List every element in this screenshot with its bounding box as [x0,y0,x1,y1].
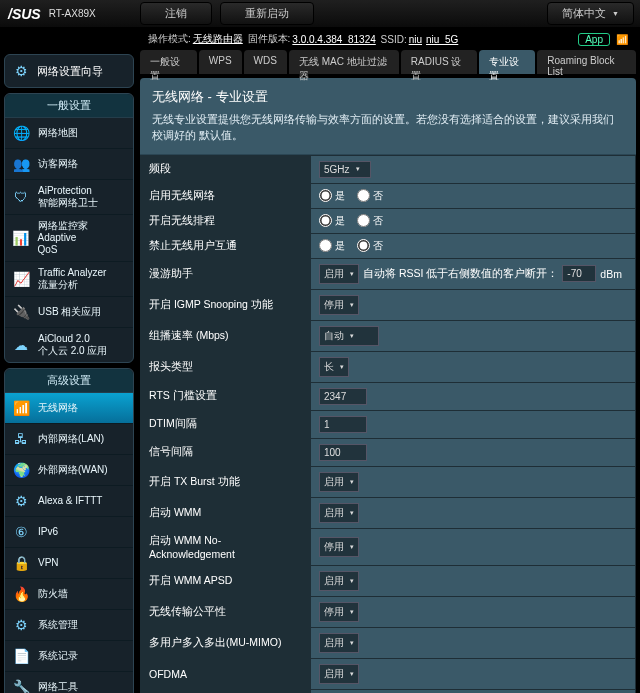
rssi-input[interactable] [562,265,596,282]
select[interactable]: 停用▾ [319,602,359,622]
app-badge[interactable]: App [578,33,610,46]
chevron-down-icon: ▾ [340,363,344,371]
radio-no[interactable]: 否 [357,189,383,203]
select[interactable]: 启用▾ [319,633,359,653]
card-desc: 无线专业设置提供您无线网络传输与效率方面的设置。若您没有选择适合的设置，建议采用… [140,112,636,155]
sidebar-item[interactable]: 📶无线网络 [5,393,133,424]
select[interactable]: 启用▾ [319,664,359,684]
sidebar-item[interactable]: 🔧网络工具 [5,672,133,693]
setting-label: 多用户多入多出(MU-MIMO) [141,627,311,658]
chevron-down-icon: ▾ [350,543,354,551]
chevron-down-icon: ▾ [350,639,354,647]
sidebar-item[interactable]: 🖧内部网络(LAN) [5,424,133,455]
select[interactable]: 启用▾ [319,503,359,523]
sidebar-item[interactable]: 📈Traffic Analyzer 流量分析 [5,262,133,297]
sidebar-item-label: 系统管理 [38,619,78,631]
mode-label: 操作模式: [148,32,191,46]
sidebar-item[interactable]: 🔥防火墙 [5,579,133,610]
sidebar-item-icon: 🔒 [11,553,31,573]
setting-value [311,410,636,438]
sidebar-item-icon: 📶 [11,398,31,418]
sidebar-item-icon: 📄 [11,646,31,666]
sidebar-item[interactable]: ⑥IPv6 [5,517,133,548]
select[interactable]: 启用▾ [319,264,359,284]
sidebar-item-icon: 🔥 [11,584,31,604]
sidebar-item[interactable]: 🛡AiProtection 智能网络卫士 [5,180,133,215]
select[interactable]: 停用▾ [319,295,359,315]
select[interactable]: 停用▾ [319,537,359,557]
tab[interactable]: 专业设置 [479,50,536,74]
fw-value[interactable]: 3.0.0.4.384_81324 [292,34,375,45]
select[interactable]: 启用▾ [319,571,359,591]
setting-label: DTIM间隔 [141,410,311,438]
tab[interactable]: RADIUS 设置 [401,50,477,74]
brand-model: RT-AX89X [49,8,96,19]
sidebar-item-label: 系统记录 [38,650,78,662]
sidebar-item[interactable]: 🌐网络地图 [5,118,133,149]
ssid-value-1[interactable]: niu [409,34,422,45]
setting-label: 开启无线排程 [141,208,311,233]
setting-label: 开启 WMM APSD [141,565,311,596]
select[interactable]: 5GHz▾ [319,161,371,178]
logout-button[interactable]: 注销 [140,2,212,25]
sidebar-item-label: AiProtection 智能网络卫士 [38,185,98,209]
tab[interactable]: 一般设置 [140,50,197,74]
sidebar-item-label: AiCloud 2.0 个人云 2.0 应用 [38,333,107,357]
sidebar-item-icon: 📊 [11,228,31,248]
tab[interactable]: WDS [244,50,287,74]
radio-yes[interactable]: 是 [319,189,345,203]
sidebar-item-icon: ⚙ [11,615,31,635]
general-section-head: 一般设置 [5,94,133,118]
wifi-signal-icon[interactable]: 📶 [616,34,628,45]
tab[interactable]: 无线 MAC 地址过滤器 [289,50,399,74]
sidebar-item-icon: 🔌 [11,302,31,322]
sidebar-item-icon: 📈 [11,269,31,289]
beacon-input[interactable] [319,444,367,461]
sidebar-item[interactable]: 👥访客网络 [5,149,133,180]
chevron-down-icon: ▼ [612,10,619,17]
radio-yes[interactable]: 是 [319,214,345,228]
advanced-section-head: 高级设置 [5,369,133,393]
select[interactable]: 自动▾ [319,326,379,346]
reboot-button[interactable]: 重新启动 [220,2,314,25]
setting-label: 显性 Beamforming [141,689,311,693]
sidebar-item-label: 内部网络(LAN) [38,433,104,445]
rts-input[interactable] [319,388,367,405]
mode-value[interactable]: 无线路由器 [193,32,243,46]
radio-no[interactable]: 否 [357,239,383,253]
sidebar-item[interactable]: ⚙系统管理 [5,610,133,641]
sidebar-item-label: 网络监控家 Adaptive QoS [38,220,127,256]
setting-value: 是 否 [311,183,636,208]
sidebar-item[interactable]: 🌍外部网络(WAN) [5,455,133,486]
setting-value [311,382,636,410]
sidebar-item-icon: 🖧 [11,429,31,449]
setting-value: 停用▾ [311,596,636,627]
wizard-button[interactable]: ⚙ 网络设置向导 [4,54,134,88]
sidebar-item[interactable]: ☁AiCloud 2.0 个人云 2.0 应用 [5,328,133,362]
sidebar-item[interactable]: 📄系统记录 [5,641,133,672]
sidebar-item-icon: 🔧 [11,677,31,693]
sidebar-item[interactable]: 🔌USB 相关应用 [5,297,133,328]
sidebar-item[interactable]: 🔒VPN [5,548,133,579]
sidebar-item[interactable]: ⚙Alexa & IFTTT [5,486,133,517]
sidebar-item-label: 无线网络 [38,402,78,414]
tab[interactable]: Roaming Block List [537,50,636,74]
ssid-value-2[interactable]: niu_5G [426,34,458,45]
sidebar-item[interactable]: 📊网络监控家 Adaptive QoS [5,215,133,262]
language-selector[interactable]: 简体中文 ▼ [547,2,634,25]
setting-value: 启用▾ [311,565,636,596]
dtim-input[interactable] [319,416,367,433]
chevron-down-icon: ▾ [350,270,354,278]
card-title: 无线网络 - 专业设置 [140,78,636,112]
setting-value: 启用▾ [311,497,636,528]
select[interactable]: 长▾ [319,357,349,377]
sidebar-item-icon: ⚙ [11,491,31,511]
radio-group: 是 否 [319,239,627,253]
radio-no[interactable]: 否 [357,214,383,228]
select[interactable]: 启用▾ [319,472,359,492]
radio-yes[interactable]: 是 [319,239,345,253]
setting-label: 报头类型 [141,351,311,382]
tab[interactable]: WPS [199,50,242,74]
setting-value: 启用▾ [311,627,636,658]
setting-label: 组播速率 (Mbps) [141,320,311,351]
